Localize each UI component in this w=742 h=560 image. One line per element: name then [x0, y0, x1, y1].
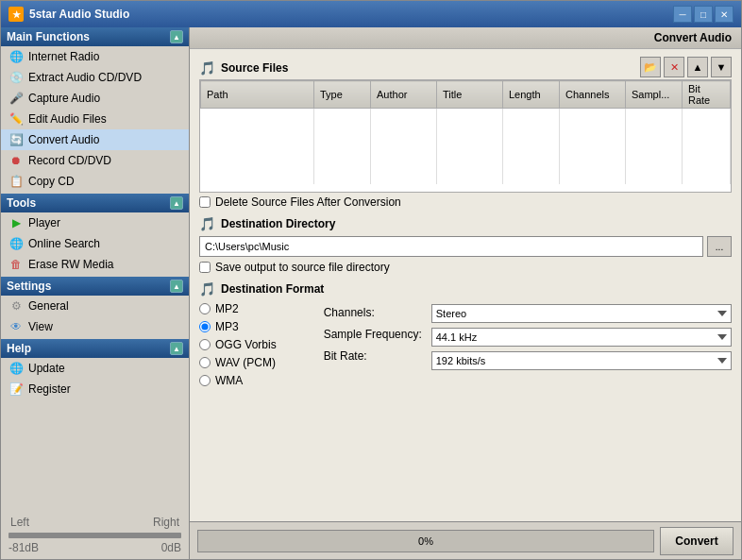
- table-row: [201, 124, 731, 139]
- sidebar-item-update[interactable]: 🌐 Update: [1, 358, 189, 379]
- register-icon: 📝: [8, 382, 24, 397]
- sidebar-item-general[interactable]: ⚙ General: [1, 296, 189, 316]
- bitrate-label-row: Bit Rate:: [324, 348, 422, 365]
- main-content: Main Functions ▲ 🌐 Internet Radio 💿 Extr…: [1, 27, 741, 559]
- lr-labels: Left Right: [5, 514, 185, 531]
- extract-audio-label: Extract Audio CD/DVD: [28, 71, 142, 84]
- sidebar-item-register[interactable]: 📝 Register: [1, 379, 189, 399]
- table-row: [201, 139, 731, 154]
- dest-dir-header: 🎵 Destination Directory: [199, 216, 732, 231]
- sidebar-item-convert-audio[interactable]: 🔄 Convert Audio: [1, 129, 189, 150]
- close-button[interactable]: ✕: [715, 6, 734, 23]
- internet-radio-label: Internet Radio: [28, 50, 99, 63]
- settings-section: Settings ▲ ⚙ General 👁 View: [1, 277, 189, 337]
- record-cd-label: Record CD/DVD: [28, 154, 111, 167]
- table-row: [201, 154, 731, 169]
- save-output-checkbox[interactable]: [199, 262, 211, 273]
- destination-dir-section: 🎵 Destination Directory ... Save output …: [199, 216, 732, 274]
- format-wma-label: WMA: [215, 374, 243, 387]
- save-output-label: Save output to source file directory: [215, 261, 390, 274]
- channels-select[interactable]: Stereo Mono Joint Stereo: [431, 304, 732, 323]
- source-files-section: 🎵 Source Files 📂 ✕ ▲ ▼: [199, 57, 732, 209]
- sample-select[interactable]: 44.1 kHz 22.05 kHz 48 kHz: [431, 328, 732, 347]
- format-wma: WMA: [199, 374, 277, 387]
- source-title-row: 🎵 Source Files: [199, 60, 288, 76]
- dest-format-icon: 🎵: [199, 281, 215, 297]
- sidebar-item-edit-audio[interactable]: ✏️ Edit Audio Files: [1, 109, 189, 129]
- capture-audio-label: Capture Audio: [28, 92, 100, 105]
- copy-icon: 📋: [8, 174, 24, 189]
- convert-icon: 🔄: [8, 132, 24, 147]
- format-ogg-radio[interactable]: [199, 339, 211, 350]
- delete-source-checkbox[interactable]: [199, 196, 211, 208]
- sidebar-item-internet-radio[interactable]: 🌐 Internet Radio: [1, 46, 189, 67]
- maximize-button[interactable]: □: [694, 6, 713, 23]
- dest-dir-input[interactable]: [199, 236, 703, 257]
- format-mp3-radio[interactable]: [199, 321, 211, 332]
- record-icon: ⏺: [8, 153, 24, 168]
- main-functions-section: Main Functions ▲ 🌐 Internet Radio 💿 Extr…: [1, 27, 189, 192]
- dest-dir-label: Destination Directory: [221, 217, 335, 230]
- format-param-labels: Channels: Sample Frequency: Bit Rate:: [324, 302, 422, 387]
- erase-icon: 🗑: [8, 257, 24, 272]
- format-wma-radio[interactable]: [199, 375, 211, 386]
- move-down-button[interactable]: ▼: [711, 57, 732, 77]
- tools-collapse-icon[interactable]: ▲: [170, 196, 183, 210]
- dest-format-label: Destination Format: [221, 282, 324, 296]
- app-window: ★ 5star Audio Studio ─ □ ✕ Main Function…: [0, 0, 742, 560]
- sidebar-item-player[interactable]: ▶ Player: [1, 212, 189, 233]
- minimize-button[interactable]: ─: [673, 6, 692, 23]
- update-icon: 🌐: [8, 361, 24, 376]
- player-icon: ▶: [8, 215, 24, 230]
- collapse-icon[interactable]: ▲: [170, 30, 183, 43]
- title-bar: ★ 5star Audio Studio ─ □ ✕: [1, 1, 741, 27]
- add-file-button[interactable]: 📂: [640, 57, 661, 77]
- bitrate-label: Bit Rate:: [324, 349, 367, 363]
- app-icon: ★: [8, 7, 24, 22]
- left-label: Left: [10, 516, 29, 529]
- col-channels: Channels: [560, 81, 626, 109]
- edit-audio-label: Edit Audio Files: [28, 112, 107, 126]
- browse-button[interactable]: ...: [707, 236, 732, 257]
- right-panel: Convert Audio 🎵 Source Files 📂 ✕ ▲ ▼: [190, 27, 741, 559]
- dest-dir-row: ...: [199, 236, 732, 257]
- cd-icon: 💿: [8, 70, 24, 85]
- col-length: Length: [503, 81, 560, 109]
- sidebar-item-copy-cd[interactable]: 📋 Copy CD: [1, 171, 189, 192]
- sidebar: Main Functions ▲ 🌐 Internet Radio 💿 Extr…: [1, 27, 190, 559]
- bitrate-select[interactable]: 192 kbits/s 128 kbits/s 256 kbits/s 320 …: [431, 351, 732, 370]
- source-files-table: Path Type Author Title Length Channels S…: [199, 79, 732, 193]
- sidebar-item-online-search[interactable]: 🌐 Online Search: [1, 233, 189, 254]
- help-collapse-icon[interactable]: ▲: [170, 342, 183, 355]
- sidebar-item-extract-audio[interactable]: 💿 Extract Audio CD/DVD: [1, 67, 189, 88]
- format-wav-radio[interactable]: [199, 357, 211, 368]
- settings-collapse-icon[interactable]: ▲: [170, 280, 183, 293]
- volume-bar: [8, 533, 181, 538]
- format-mp2-radio[interactable]: [199, 303, 211, 314]
- general-icon: ⚙: [8, 298, 24, 314]
- sidebar-item-record-cd[interactable]: ⏺ Record CD/DVD: [1, 150, 189, 171]
- search-icon: 🌐: [8, 236, 24, 251]
- sidebar-item-erase-rw[interactable]: 🗑 Erase RW Media: [1, 254, 189, 275]
- source-files-icon: 🎵: [199, 60, 215, 76]
- edit-icon: ✏️: [8, 111, 24, 127]
- format-mp3: MP3: [199, 320, 277, 333]
- tools-section: Tools ▲ ▶ Player 🌐 Online Search 🗑 Erase…: [1, 194, 189, 275]
- table-row: [201, 109, 731, 124]
- format-ogg-label: OGG Vorbis: [215, 338, 277, 351]
- main-functions-header: Main Functions ▲: [1, 27, 189, 46]
- sidebar-item-capture-audio[interactable]: 🎤 Capture Audio: [1, 88, 189, 109]
- db-min-label: -81dB: [8, 541, 39, 554]
- convert-button[interactable]: Convert: [660, 527, 734, 555]
- sidebar-item-view[interactable]: 👁 View: [1, 316, 189, 337]
- format-wav: WAV (PCM): [199, 356, 277, 369]
- format-mp2: MP2: [199, 302, 277, 315]
- move-up-button[interactable]: ▲: [687, 57, 708, 77]
- window-title: 5star Audio Studio: [29, 8, 673, 21]
- format-mp3-label: MP3: [215, 320, 239, 333]
- convert-label: Convert: [675, 535, 717, 548]
- tools-label: Tools: [7, 196, 36, 210]
- remove-file-button[interactable]: ✕: [664, 57, 684, 77]
- progress-text: 0%: [418, 535, 433, 547]
- convert-audio-label: Convert Audio: [28, 133, 99, 146]
